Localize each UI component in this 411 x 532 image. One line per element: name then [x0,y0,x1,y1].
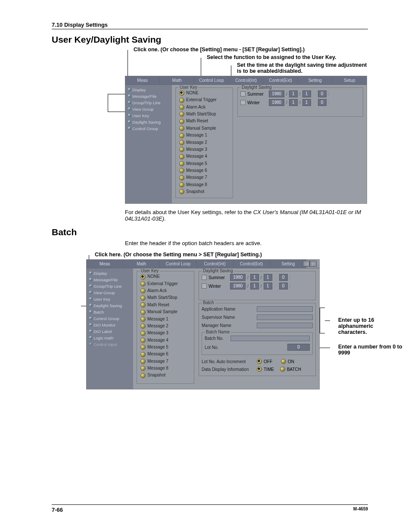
userkey-option[interactable]: Message 2 [178,139,230,146]
sidebar-item-dadest\-saving[interactable]: Daylight Saving [128,119,170,125]
radio-icon[interactable] [140,324,146,329]
sidebar-item-message-file[interactable]: Message/File [128,93,170,100]
userkey-option[interactable]: Message 4 [178,153,230,160]
radio-icon[interactable] [140,338,146,343]
tab-setting[interactable]: Setting [298,76,333,84]
ds-year[interactable]: 1980 [230,283,246,289]
sidebar-item-display[interactable]: Display [128,87,170,93]
userkey-option[interactable]: Message 7 [140,358,191,365]
radio-icon[interactable] [140,359,146,364]
userkey-option[interactable]: Message 1 [178,132,230,139]
tab-meas[interactable]: Meas [125,76,160,84]
radio-icon[interactable] [179,105,184,110]
s2-control-group[interactable]: Control Group [89,315,131,322]
userkey-option[interactable]: Alarm Ack [140,287,191,294]
batch-no-input[interactable] [230,336,310,341]
sidebar-item-user-key[interactable]: User Key [128,112,170,119]
nav-next-button[interactable]: ▷ [310,261,317,267]
radio-icon[interactable] [140,281,146,286]
s2-control-input[interactable]: Control Input [89,341,131,348]
userkey-option[interactable]: Message 8 [178,181,230,188]
userkey-option[interactable]: Manual Sample [178,125,230,132]
lot-no-input[interactable]: 0 [287,344,310,351]
s2-message-file[interactable]: Message/File [89,277,131,283]
radio-icon[interactable] [179,175,184,180]
auto-inc-off-radio[interactable] [257,359,262,364]
radio-icon[interactable] [179,98,184,103]
ds-hour[interactable]: 0 [318,90,327,97]
ds-year[interactable]: 1980 [269,90,284,97]
disp-batch-radio[interactable] [280,367,285,372]
sidebar-item-view-group[interactable]: View Group [128,106,170,112]
userkey-option[interactable]: External Trigger [178,96,230,103]
userkey-option[interactable]: Message 4 [140,337,191,344]
userkey-option[interactable]: Math Start/Stop [178,111,230,118]
disp-time-radio[interactable] [257,367,262,372]
ds-month[interactable]: 1 [250,274,259,281]
ds-month[interactable]: 1 [289,99,298,106]
s2-dio-monitor[interactable]: DIO Monitor [89,322,131,328]
userkey-option[interactable]: Message 3 [178,146,230,153]
nav-prev-button[interactable]: ◁ [303,261,310,267]
radio-icon[interactable] [140,331,146,336]
s2-batch[interactable]: Batch [89,309,131,315]
userkey-option[interactable]: NONE [140,273,191,280]
radio-icon[interactable] [179,147,184,152]
radio-icon[interactable] [179,126,184,131]
radio-icon[interactable] [179,154,184,159]
s2-view-group[interactable]: View Group [89,289,131,296]
radio-icon[interactable] [140,274,146,280]
userkey-option[interactable]: Math Start/Stop [140,294,191,301]
radio-icon[interactable] [179,90,184,96]
app-name-input[interactable] [257,306,313,312]
tab-control-ext[interactable]: Control(Ext) [264,76,298,84]
userkey-option[interactable]: Message 5 [140,344,191,351]
userkey-option[interactable]: Message 8 [140,365,191,372]
radio-icon[interactable] [179,182,184,187]
ds-month[interactable]: 1 [250,283,259,289]
ds-hour[interactable]: 0 [279,283,288,289]
tab2-math[interactable]: Math [123,260,160,268]
s2-logic-math[interactable]: Logic math [89,335,131,341]
ds-checkbox[interactable] [240,91,246,96]
ds-month[interactable]: 1 [289,90,298,97]
userkey-option[interactable]: NONE [178,90,230,96]
ds-checkbox[interactable] [202,275,207,280]
radio-icon[interactable] [179,189,184,194]
tab-control-int[interactable]: Control(Int) [229,76,263,84]
ds-year[interactable]: 1980 [269,99,284,106]
ds-hour[interactable]: 0 [318,99,327,106]
userkey-option[interactable]: Message 5 [178,160,230,167]
tab2-control-int[interactable]: Control(Int) [197,260,234,268]
radio-icon[interactable] [140,345,146,350]
ds-hour[interactable]: 0 [279,274,288,281]
mgr-name-input[interactable] [257,323,313,328]
tab-setup[interactable]: Setup [333,76,367,84]
auto-inc-on-radio[interactable] [281,359,286,364]
ds-checkbox[interactable] [240,100,246,105]
tab2-setting[interactable]: Setting [270,260,306,268]
radio-icon[interactable] [140,366,146,371]
ds-day[interactable]: 1 [302,99,311,106]
radio-icon[interactable] [140,373,146,378]
radio-icon[interactable] [140,310,146,315]
s2-user-key[interactable]: User Key [89,296,131,302]
userkey-option[interactable]: Math Reset [178,118,230,124]
ds-checkbox[interactable] [202,283,207,289]
radio-icon[interactable] [179,133,184,138]
userkey-option[interactable]: Message 7 [178,174,230,181]
sup-name-input[interactable] [257,314,313,320]
userkey-option[interactable]: Message 2 [140,323,191,330]
radio-icon[interactable] [179,119,184,124]
radio-icon[interactable] [179,168,184,173]
userkey-option[interactable]: Message 6 [178,167,230,174]
userkey-option[interactable]: Message 1 [140,316,191,323]
tab2-control-loop[interactable]: Control Loop [160,260,196,268]
sidebar-item-control-group[interactable]: Control Group [128,125,170,132]
s2-group-trip[interactable]: Group/Trip Line [89,283,131,289]
ds-year[interactable]: 1980 [230,274,246,281]
sidebar-item-group-trip[interactable]: Group/Trip Line [128,100,170,106]
userkey-option[interactable]: Snapshot [140,372,191,379]
radio-icon[interactable] [140,302,146,308]
userkey-option[interactable]: Alarm Ack [178,104,230,111]
